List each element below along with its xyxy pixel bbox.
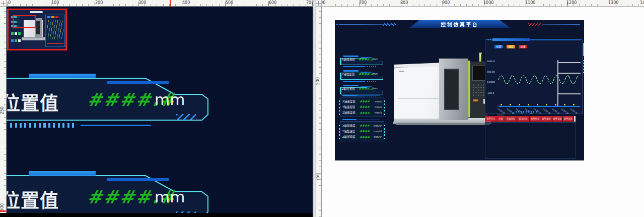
speed-row-z: Z轴速度值 #### mm/s [342,111,382,115]
chart-legend: 位置 速度 加速 [494,45,527,48]
ruler-tick-label: 500 [316,77,320,85]
widget-top-bar [107,81,169,84]
right-horizontal-ruler[interactable]: 600 700 800 900 1000 1100 1200 1300 1400 [316,0,644,7]
widget-line-decoration [343,66,365,67]
right-design-canvas[interactable]: 控制仿真平台 X轴位置值 ####.# mm [322,7,644,217]
left-vertical-ruler[interactable]: 250 500 [0,7,7,217]
alarm-column-header: 结束时间 [517,116,529,122]
ruler-guide-marker[interactable] [170,0,171,7]
header-hatch-right [528,23,541,26]
position-widget-x[interactable]: X轴位置值 ####.# mm [340,56,385,68]
widget-unit: mm [155,188,185,206]
dashboard-title: 控制仿真平台 [441,21,478,28]
crosshair-vertical-line [557,60,558,107]
x-axis-tick: 10:52:06 [506,107,515,115]
motion-chart-panel[interactable]: 位置 速度 加速 1000.0 500.00 0.0000 -500.0 [485,39,583,114]
widget-value: ####.# [359,58,374,62]
x-axis-line [498,106,580,107]
speed-row-x: X轴速度值 #### mm/s [342,99,382,103]
data-point [519,104,520,105]
navigator-mini-widget [18,39,21,42]
machine-beacon [479,53,481,62]
row-label: X轴速度值 [342,99,360,103]
ruler-tick-label: 900 [442,1,450,5]
row-label: Z轴速度值 [342,111,360,115]
alarm-table[interactable]: 报警序号 名称 开始时间 结束时间 报警信息 报警类型 报警来源 报警状态 [485,116,576,160]
accel-row-x: X轴加速度 #### mm/s² [342,124,382,128]
row-unit: mm/s [371,105,382,108]
editor-window: 0 100 200 300 400 500 600 700 250 500 [0,0,644,217]
alarm-table-body [485,122,576,159]
position-value-widget[interactable]: 位置值 ####.# mm [7,71,227,131]
ruler-tick-label: 400 [182,1,190,5]
ruler-tick-label: 1300 [608,1,618,5]
navigator-mini-legend [47,16,59,18]
ruler-tick-label: 1200 [566,1,577,5]
dashboard-title-banner: 控制仿真平台 [409,20,510,28]
widget-unit: mm [373,58,378,61]
position-widget-y[interactable]: Y轴位置值 ####.# mm [340,70,385,82]
widget-line-decoration [343,81,365,82]
panel-top-line [531,39,581,40]
widget-dash-decoration [367,81,377,82]
ruler-tick-label: 0 [8,1,11,5]
widget-top-bar [359,120,380,120]
right-vertical-ruler[interactable]: 500 750 [316,7,322,217]
speed-values-panel[interactable]: X轴速度值 #### mm/s Y轴速度值 #### mm/s Z轴速度值 ##… [340,97,384,117]
navigator-mini-widget [15,32,17,35]
ruler-tick-label: 700 [306,1,313,5]
acceleration-values-panel[interactable]: X轴加速度 #### mm/s² Y轴加速度 #### mm/s² Z轴加速度 … [340,121,384,141]
navigator-mini-widget [18,32,21,35]
ruler-tick-label: 500 [0,203,5,211]
panel-decoration-dot [487,39,489,40]
legend-button-speed[interactable]: 速度 [507,45,515,48]
widget-unit: mm [373,87,378,90]
ruler-guide-marker[interactable] [0,210,6,212]
machine-keypad [472,84,485,97]
machine-base [396,123,489,125]
left-horizontal-ruler[interactable]: 0 100 200 300 400 500 600 700 [7,0,313,7]
dashboard-header: 控制仿真平台 [335,20,584,29]
dashboard-page[interactable]: 控制仿真平台 X轴位置值 ####.# mm [335,20,584,160]
table-scrollbar[interactable] [574,116,576,122]
position-value-widget[interactable]: 位置值 ####.# mm [7,169,227,217]
data-point [528,104,529,105]
left-design-canvas[interactable]: 位置值 ####.# mm 位置值 ####.# mm [7,7,313,217]
data-point [537,104,538,105]
row-value: #### [360,105,371,108]
right-view-pane: 600 700 800 900 1000 1100 1200 1300 1400… [316,0,644,217]
data-point [573,104,575,105]
machine-vent [399,71,404,72]
widget-top-bar [343,70,359,72]
row-unit: mm/s² [371,130,382,133]
navigator-viewport-rect[interactable] [13,15,36,28]
navigator-mini-widget [11,32,14,35]
panel-bottom-dots [516,111,538,113]
widget-top-bar [359,95,380,96]
row-value: #### [360,99,371,103]
y-axis-tick: -500.0 [487,92,500,94]
widget-top-bar [29,74,96,78]
row-label: Y轴速度值 [342,105,360,109]
ruler-tick-label: 100 [51,1,59,5]
alarm-column-header: 报警类型 [541,116,552,122]
legend-button-accel[interactable]: 加速 [519,45,527,48]
x-axis-tick: 10:52:31 [551,107,560,115]
widget-line-decoration [81,125,151,126]
widget-label: Z轴位置值 [342,87,355,91]
canvas-edge-bar [0,213,313,217]
header-decoration [542,24,580,25]
legend-button-position[interactable]: 位置 [494,45,503,48]
widget-dash-decoration [10,123,76,128]
data-point [500,104,502,105]
row-unit: mm/s² [371,124,382,127]
crosshair-horizontal-line [557,93,581,94]
x-axis-tick: 10:52:41 [569,107,579,115]
crosshair-horizontal-line [557,62,581,63]
navigator-mini-alarm-bar [47,43,63,44]
ruler-tick-label: 700 [359,1,367,5]
navigator-thumbnail[interactable] [7,9,67,50]
data-point [510,104,511,105]
row-unit: mm/s² [371,135,382,138]
waveform-plot [498,73,579,86]
